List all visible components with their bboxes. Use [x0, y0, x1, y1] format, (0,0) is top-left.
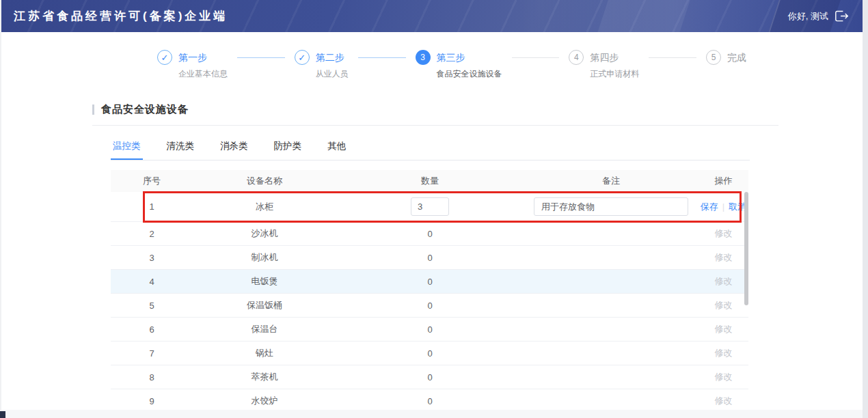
app-header: 江苏省食品经营许可(备案)企业端 你好, 测试	[1, 0, 863, 32]
remark-cell	[524, 197, 699, 216]
row-name: 冰柜	[193, 201, 336, 213]
table-row: 3 制冰机 0 修改	[111, 246, 748, 270]
page-right-margin	[863, 0, 868, 418]
row-seq: 5	[111, 301, 193, 311]
tab-qita[interactable]: 其他	[325, 136, 348, 160]
app-title: 江苏省食品经营许可(备案)企业端	[14, 8, 228, 24]
user-greeting: 你好, 测试	[788, 10, 828, 23]
modify-link[interactable]: 修改	[715, 228, 733, 238]
row-qty: 0	[336, 229, 524, 239]
step-3-label: 第三步	[437, 50, 502, 65]
modify-link[interactable]: 修改	[715, 252, 733, 262]
modify-link[interactable]: 修改	[715, 324, 733, 334]
modify-link[interactable]: 修改	[715, 276, 733, 286]
row-qty: 0	[336, 348, 524, 359]
category-tabs: 温控类 清洗类 消杀类 防护类 其他	[111, 136, 750, 161]
row-qty: 0	[336, 253, 524, 263]
table-row-editing: 1 冰柜 保存|取消	[111, 192, 748, 222]
step-4-label: 第四步	[590, 50, 639, 65]
column-header-qty: 数量	[336, 175, 524, 187]
step-connector	[512, 57, 560, 58]
qty-cell	[336, 197, 524, 216]
modify-link[interactable]: 修改	[715, 348, 733, 358]
equipment-table: 序号 设备名称 数量 备注 操作 1 冰柜 保存|取消 2 沙冰机 0	[111, 170, 748, 410]
row-name: 保温饭桶	[193, 299, 336, 311]
table-header-row: 序号 设备名称 数量 备注 操作	[111, 170, 748, 192]
action-cell: 保存|取消	[699, 201, 748, 213]
table-row: 7 锅灶 0 修改	[111, 342, 748, 365]
row-qty: 0	[336, 372, 524, 382]
section-title: 食品安全设施设备	[101, 103, 189, 116]
modify-link[interactable]: 修改	[715, 372, 733, 382]
row-name: 制冰机	[193, 251, 336, 264]
step-3-sublabel: 食品安全设施设备	[437, 68, 502, 80]
table-row-hovered: 4 电饭煲 0 修改	[111, 270, 748, 294]
column-header-remark: 备注	[524, 175, 699, 187]
row-name: 萃茶机	[193, 371, 336, 383]
tab-fanghulei[interactable]: 防护类	[272, 136, 304, 160]
step-5-label: 完成	[727, 50, 746, 65]
step-5-number: 5	[706, 50, 721, 65]
step-3-number: 3	[416, 50, 431, 65]
table-row: 6 保温台 0 修改	[111, 318, 748, 342]
page-bottom-margin	[0, 410, 863, 418]
row-seq: 9	[111, 396, 193, 406]
remark-input[interactable]	[534, 197, 688, 216]
section-title-bar	[92, 104, 94, 115]
row-name: 沙冰机	[193, 227, 336, 240]
app-window: 江苏省食品经营许可(备案)企业端 你好, 测试 ✓ 第一步 企业基本信息 ✓ 第…	[1, 0, 863, 410]
row-qty: 0	[336, 277, 524, 287]
link-divider: |	[722, 201, 724, 212]
row-seq: 7	[111, 348, 193, 359]
row-qty: 0	[336, 396, 524, 406]
column-header-action: 操作	[699, 175, 748, 187]
step-connector	[358, 57, 406, 58]
tab-wenkonglei[interactable]: 温控类	[111, 136, 143, 160]
row-name: 电饭煲	[193, 275, 336, 288]
row-name: 保温台	[193, 323, 336, 335]
row-seq: 1	[111, 201, 193, 212]
step-2-sublabel: 从业人员	[316, 68, 349, 80]
table-row: 8 萃茶机 0 修改	[111, 365, 748, 389]
modify-link[interactable]: 修改	[715, 300, 733, 310]
step-connector	[237, 57, 285, 58]
table-row: 2 沙冰机 0 修改	[111, 222, 748, 246]
row-qty: 0	[336, 324, 524, 335]
row-name: 锅灶	[193, 347, 336, 359]
step-4-sublabel: 正式申请材料	[590, 68, 639, 80]
table-row: 5 保温饭桶 0 修改	[111, 294, 748, 318]
row-seq: 6	[111, 324, 193, 335]
quantity-input[interactable]	[411, 197, 449, 216]
row-seq: 4	[111, 277, 193, 287]
tab-xiaoshalei[interactable]: 消杀类	[218, 136, 250, 160]
row-seq: 8	[111, 372, 193, 382]
row-name: 水饺炉	[193, 395, 336, 407]
step-2: ✓ 第二步 从业人员	[295, 50, 349, 80]
step-4: 4 第四步 正式申请材料	[569, 50, 639, 80]
divider	[92, 125, 778, 126]
row-seq: 3	[111, 253, 193, 263]
step-1: ✓ 第一步 企业基本信息	[157, 50, 228, 80]
save-link[interactable]: 保存	[701, 201, 718, 212]
table-scrollbar-thumb[interactable]	[744, 192, 748, 305]
logout-icon[interactable]	[835, 10, 849, 22]
header-decoration-block	[596, 0, 691, 32]
column-header-seq: 序号	[111, 175, 193, 187]
step-2-label: 第二步	[316, 50, 349, 65]
step-1-label: 第一步	[178, 50, 228, 65]
step-4-number: 4	[569, 50, 584, 65]
modify-link[interactable]: 修改	[715, 395, 733, 406]
step-1-check-icon: ✓	[157, 50, 172, 65]
step-wizard: ✓ 第一步 企业基本信息 ✓ 第二步 从业人员 3 第三步 食品安全设施设备 4	[157, 50, 746, 80]
table-row: 9 水饺炉 0 修改	[111, 389, 748, 410]
column-header-name: 设备名称	[193, 175, 336, 187]
row-seq: 2	[111, 229, 193, 239]
step-connector	[649, 57, 696, 58]
row-qty: 0	[336, 301, 524, 311]
step-1-sublabel: 企业基本信息	[178, 68, 228, 80]
tab-qingxilei[interactable]: 清洗类	[165, 136, 197, 160]
corner-artifact	[0, 411, 5, 418]
step-5: 5 完成	[706, 50, 746, 65]
step-2-check-icon: ✓	[295, 50, 310, 65]
step-3: 3 第三步 食品安全设施设备	[416, 50, 502, 80]
